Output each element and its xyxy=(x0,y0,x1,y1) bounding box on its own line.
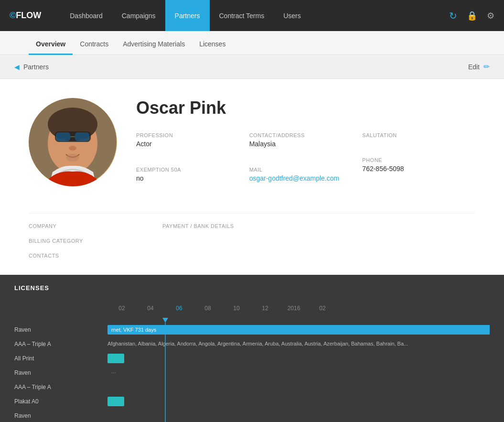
mail-label: MAIL xyxy=(249,167,363,173)
table-row: All Print xyxy=(14,351,490,366)
company-field: COMPANY xyxy=(29,223,124,231)
row-label: AAA – Triple A xyxy=(14,384,107,390)
profession-value: Actor xyxy=(136,140,249,148)
table-row: Raven rnet, VKF 731 days xyxy=(14,323,490,337)
tab-overview[interactable]: Overview xyxy=(29,40,73,55)
main-content: Oscar Pink PROFESSION Actor EXEMPTION 50… xyxy=(0,79,504,275)
phone-label: PHONE xyxy=(362,157,475,163)
table-row: AAA – Triple A Afghanistan, Albania, Alg… xyxy=(14,337,490,351)
row-label: Raven xyxy=(14,412,107,419)
exemption-value: no xyxy=(136,174,249,182)
payment-field: PAYMENT / BANK DETAILS xyxy=(162,223,258,231)
payment-label: PAYMENT / BANK DETAILS xyxy=(162,223,258,229)
breadcrumb-right: Edit ✏ xyxy=(468,62,490,71)
licenses-title: LICENSES xyxy=(14,284,490,292)
contact-value: Malaysia xyxy=(249,140,363,148)
licenses-section: LICENSES 02 04 06 08 10 12 2016 02 xyxy=(0,275,504,422)
breadcrumb-partners-link[interactable]: Partners xyxy=(23,63,49,71)
tick-02b: 02 xyxy=(308,305,337,312)
tick-12: 12 xyxy=(251,305,279,312)
field-col-profession: PROFESSION Actor EXEMPTION 50A no xyxy=(136,132,249,194)
table-row: Plakat A0 TV 184 days Germany xyxy=(14,394,490,409)
timeline-rows: Raven rnet, VKF 731 days AAA – Triple A … xyxy=(14,323,490,422)
tab-advertising-materials[interactable]: Advertising Materials xyxy=(116,40,192,55)
lock-icon[interactable]: 🔒 xyxy=(467,11,477,21)
billing-label: BILLING CATEGORY xyxy=(29,238,124,244)
breadcrumb: ◀ Partners xyxy=(14,63,49,71)
tick-2016: 2016 xyxy=(279,305,308,312)
row-label: All Print xyxy=(14,355,107,362)
profile-name: Oscar Pink xyxy=(136,98,475,118)
tick-10: 10 xyxy=(222,305,251,312)
nav-item-campaigns[interactable]: Campaigns xyxy=(112,0,165,31)
back-arrow-icon: ◀ xyxy=(14,63,20,71)
edit-button[interactable]: Edit xyxy=(468,63,480,71)
nav-item-users[interactable]: Users xyxy=(274,0,311,31)
tick-04: 04 xyxy=(136,305,165,312)
contact-label: CONTACT/ADDRESS xyxy=(249,132,363,138)
nav-item-contract-terms[interactable]: Contract Terms xyxy=(210,0,274,31)
table-row: Raven xyxy=(14,409,490,422)
edit-pencil-icon[interactable]: ✏ xyxy=(483,62,490,71)
row-label: AAA – Triple A xyxy=(14,341,107,347)
row-label: Plakat A0 xyxy=(14,398,107,405)
svg-rect-4 xyxy=(56,132,70,141)
timeline-marker-triangle xyxy=(162,318,168,323)
tab-contracts[interactable]: Contracts xyxy=(73,40,116,55)
row-label: Raven xyxy=(14,326,107,333)
nav-item-dashboard[interactable]: Dashboard xyxy=(60,0,112,31)
avatar-image xyxy=(29,98,117,186)
field-col-contact: CONTACT/ADDRESS Malaysia MAIL osgar-godt… xyxy=(249,132,363,194)
table-row: Raven ... xyxy=(14,366,490,380)
timeline-container: 02 04 06 08 10 12 2016 02 Raven rnet, VK… xyxy=(14,301,490,422)
timeline-vertical-line xyxy=(165,323,166,422)
breadcrumb-bar: ◀ Partners Edit ✏ xyxy=(0,55,504,79)
tick-06: 06 xyxy=(165,305,193,312)
profile-fields: PROFESSION Actor EXEMPTION 50A no CONTAC… xyxy=(136,132,475,194)
nav-item-partners[interactable]: Partners xyxy=(165,0,210,31)
tick-02a: 02 xyxy=(107,305,136,312)
contacts-label: CONTACTS xyxy=(29,253,124,259)
field-col-salutation: SALUTATION PHONE 762-856-5098 xyxy=(362,132,475,194)
avatar xyxy=(29,98,117,186)
exemption-label: EXEMPTION 50A xyxy=(136,167,249,173)
svg-rect-5 xyxy=(75,132,89,141)
refresh-icon[interactable]: ↻ xyxy=(449,10,457,22)
table-row: AAA – Triple A TV 122 days Argentina xyxy=(14,380,490,394)
company-label: COMPANY xyxy=(29,223,124,229)
bar xyxy=(107,354,124,363)
additional-fields: COMPANY PAYMENT / BANK DETAILS xyxy=(29,213,475,231)
tick-08: 08 xyxy=(193,305,222,312)
phone-value: 762-856-5098 xyxy=(362,165,475,173)
sub-nav: Overview Contracts Advertising Materials… xyxy=(0,31,504,55)
top-nav: ©FLOW Dashboard Campaigns Partners Contr… xyxy=(0,0,504,31)
profile-info: Oscar Pink PROFESSION Actor EXEMPTION 50… xyxy=(136,98,475,194)
logo[interactable]: ©FLOW xyxy=(10,11,41,21)
gear-icon[interactable]: ⚙ xyxy=(487,11,494,21)
profession-label: PROFESSION xyxy=(136,132,249,138)
bar xyxy=(107,397,124,406)
nav-right: ↻ 🔒 ⚙ xyxy=(449,10,494,22)
row-label: Raven xyxy=(14,369,107,376)
timeline-header: 02 04 06 08 10 12 2016 02 xyxy=(14,301,490,315)
mail-value[interactable]: osgar-godtfred@example.com xyxy=(249,174,340,182)
svg-point-7 xyxy=(69,146,76,151)
salutation-label: SALUTATION xyxy=(362,132,475,138)
tab-licenses[interactable]: Licenses xyxy=(192,40,233,55)
nav-items: Dashboard Campaigns Partners Contract Te… xyxy=(60,0,449,31)
profile-section: Oscar Pink PROFESSION Actor EXEMPTION 50… xyxy=(29,98,475,194)
svg-point-8 xyxy=(66,154,79,162)
